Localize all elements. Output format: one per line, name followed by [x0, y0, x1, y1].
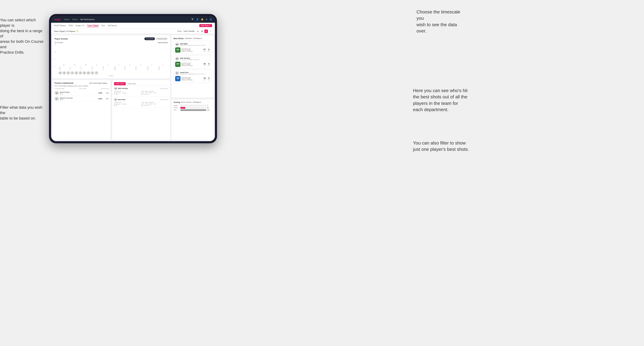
player-activity-card: Player Activity On Course Practice Drill…: [52, 35, 170, 79]
leaderboard-dropdown[interactable]: PUTT Must Make Putting ...: [89, 82, 108, 84]
right-panel: Best Shots All Shots ▾ All Players ▾ MM: [172, 35, 214, 140]
scoring-bar-birdies: Birdies 96: [174, 107, 212, 109]
col-pb-avg: PB Avg SQ: [101, 88, 108, 89]
avatar-2: DF: [66, 71, 70, 75]
activity-date-0: 26 Aug 2023: [160, 88, 168, 89]
player-info-1: Edward Crossman 🥈 ②: [60, 97, 95, 100]
rank-avatar-0: RB: [54, 91, 59, 95]
scoring-players-dropdown[interactable]: All Players ▾: [192, 101, 201, 103]
scoring-header: Scoring Par 3, 4 & 5s ▾ All Players ▾: [174, 101, 212, 103]
rank-badge-0: 🥇 ①: [60, 93, 95, 95]
avatar-8: EC: [91, 71, 94, 75]
scoring-bar-outer-eagles: [180, 105, 206, 106]
shot-player-info-0: Matt Miller 09 Jun 2023 · Royal North De…: [180, 43, 208, 46]
least-active-tab[interactable]: Least Active: [126, 82, 138, 85]
activity-tabs: Most Active Least Active: [114, 82, 168, 85]
activity-player-0: BM Blair McHarg 26 Aug 2023 Total Rounds…: [114, 87, 168, 97]
tab-pga[interactable]: PGA: [69, 24, 73, 27]
practice-values-0: 0 0 0 1: [142, 93, 168, 95]
scoring-bar-pars: Pars 499: [174, 109, 212, 111]
time-filter-dropdown[interactable]: Last 3 months: [184, 30, 194, 32]
heart-view-icon[interactable]: ♥: [204, 29, 208, 33]
shot-player-detail-1: 23 Jul 2023 · Ashridge GC, Hole 15: [180, 59, 208, 60]
avatar-icon[interactable]: 👤: [210, 18, 212, 21]
bar-group-5: 4: [114, 64, 124, 66]
nav-logo: clippd: [54, 18, 60, 21]
chart-header: On Course Total Rounds ▾: [54, 42, 168, 43]
shot-player-name-1: Blair McHarg: [180, 57, 208, 59]
bars: 13 12 10: [58, 44, 168, 66]
shot-zero-1: 0 yds: [208, 63, 210, 66]
grid4-view-icon[interactable]: ⊞: [196, 29, 200, 33]
add-team-button[interactable]: Add Team +: [199, 24, 212, 27]
on-course-toggle[interactable]: On Course: [144, 37, 155, 40]
pb-score-1: 18/20: [96, 98, 102, 100]
bar-group-6: 3: [124, 64, 135, 66]
shot-player-info-2: David Ford 24 Aug 2023 · Royal North Dev…: [180, 72, 208, 75]
bell-icon[interactable]: 🔔: [201, 18, 204, 21]
total-practice-label-0: Total Practice Activities: [142, 91, 168, 92]
most-active-card: Most Active Least Active BM Blair McHarg…: [112, 80, 170, 140]
bottom-left-panels: Practice Leaderboards PUTT Must Make Put…: [52, 80, 170, 140]
total-practice-section-0: Total Practice Activities GTT APP ARG PU…: [142, 91, 168, 95]
tab-hcaps[interactable]: Hcaps 1-5: [76, 24, 84, 27]
x-label-8: E. Crossman: [146, 66, 157, 70]
nav-link-home[interactable]: Home: [64, 18, 69, 20]
search-icon[interactable]: 🔍: [192, 18, 194, 21]
activity-avatar-1: RB: [114, 98, 117, 101]
par-filter-dropdown[interactable]: Par 3, 4 & 5s ▾: [181, 101, 192, 103]
scoring-bar-outer-pars: [180, 109, 206, 111]
nav-link-myperformance[interactable]: My Performance: [80, 18, 95, 20]
shot-card-2[interactable]: DF David Ford 24 Aug 2023 · Royal North …: [174, 70, 212, 83]
leaderboard-row-0: RB Richard Butler 🥇 ① 19/20 110: [54, 90, 108, 96]
x-label-1: B. Britt: [70, 66, 80, 70]
annotation-bottom-right-bottom: You can also filter to showjust one play…: [413, 140, 469, 153]
rounds-values-0: 7 6: [114, 93, 141, 95]
practice-drills-toggle[interactable]: Practice Drills: [156, 37, 168, 40]
chart-metric-dropdown[interactable]: Total Rounds ▾: [158, 42, 168, 43]
x-label-9: L. Robertson: [158, 66, 168, 70]
x-axis-labels: B. McHarg B. Britt D. Ford J. Coles E. E…: [58, 66, 168, 70]
nav-link-teams[interactable]: Teams: [72, 18, 78, 20]
list-view-icon[interactable]: ≡: [208, 29, 212, 33]
all-players-dropdown[interactable]: All Players ▾: [193, 37, 202, 39]
shot-player-avatar-2: DF: [175, 71, 179, 75]
edit-icon[interactable]: ✏️: [76, 30, 78, 32]
shot-yds-2: 16 yds: [204, 77, 206, 80]
shot-detail-text-2: Shot Dist: 16 yds Start Lie: Rough End L…: [182, 77, 202, 81]
shot-player-detail-0: 09 Jun 2023 · Royal North Devon GC, Hole…: [180, 45, 208, 46]
shot-badge-2: 198 SG: [175, 76, 180, 81]
tab-tour[interactable]: Tour: [101, 24, 105, 27]
tablet-screen: clippd Home Teams My Performance 🔍 👤 🔔 ⊕…: [51, 16, 215, 141]
tab-team-clippd[interactable]: Team Clippd: [87, 24, 98, 27]
user-icon[interactable]: 👤: [196, 18, 199, 21]
main-content: Player Activity On Course Practice Drill…: [51, 34, 215, 141]
shot-stats-0: 200 SG Shot Dist: 67 yds Start Lie: Roug…: [175, 47, 210, 53]
avatar-7: MM: [86, 71, 90, 75]
shot-card-0[interactable]: MM Matt Miller 09 Jun 2023 · Royal North…: [174, 41, 212, 54]
tab-all-players[interactable]: All Players: [108, 24, 117, 27]
leaderboard-subtitle: PUTT Must Make Putting (3-6 ft), Last 3 …: [54, 85, 108, 87]
tab-pgat-players[interactable]: PGAT Players: [54, 24, 66, 27]
player-activity-header: Player Activity On Course Practice Drill…: [54, 37, 168, 40]
activity-player-1: RB Rees Britt 02 Sep 2023 Total Rounds T…: [114, 98, 168, 108]
leaderboard-title: Practice Leaderboards: [54, 82, 74, 84]
nav-icons: 🔍 👤 🔔 ⊕ 👤: [192, 18, 212, 21]
shot-detail-text-1: Shot Dist: 43 yds Start Lie: Rough End L…: [182, 63, 202, 66]
best-shots-title: Best Shots: [174, 37, 184, 39]
add-circle-icon[interactable]: ⊕: [206, 18, 208, 21]
rank-badge-1: 🥈 ②: [60, 99, 95, 100]
grid3-view-icon[interactable]: ▦: [200, 29, 204, 33]
all-shots-dropdown[interactable]: All Shots ▾: [184, 37, 192, 39]
bar-group-7: 3: [136, 64, 146, 66]
practice-leaderboards-card: Practice Leaderboards PUTT Must Make Put…: [52, 80, 110, 140]
total-rounds-section-1: Total Rounds Tournament Practice 8 4: [114, 102, 141, 106]
activity-player-header-0: BM Blair McHarg 26 Aug 2023: [114, 87, 168, 90]
most-active-tab[interactable]: Most Active: [114, 82, 126, 85]
bar-group-8: 2: [146, 64, 157, 66]
shot-card-1[interactable]: BM Blair McHarg 23 Jul 2023 · Ashridge G…: [174, 55, 212, 68]
shot-zero-0: 0 yds: [208, 48, 210, 52]
nav-links: Home Teams My Performance: [64, 18, 192, 20]
x-label-2: D. Ford: [80, 66, 91, 70]
bar-group-0: 13: [58, 64, 69, 66]
